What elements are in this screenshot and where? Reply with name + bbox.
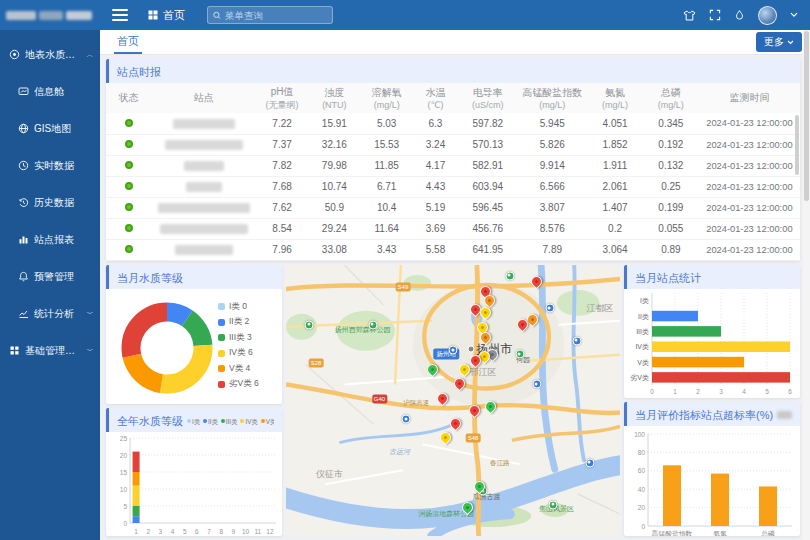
map-poi-marker[interactable] xyxy=(545,304,554,313)
legend-item[interactable]: IV类 6 xyxy=(218,346,259,362)
red-pin-icon xyxy=(435,390,451,406)
sidebar-item-history[interactable]: 历史数据 xyxy=(0,184,100,221)
sidebar-item-alert[interactable]: 预警管理 xyxy=(0,258,100,295)
cell-value: 3.69 xyxy=(413,218,458,239)
legend-item[interactable]: III类 xyxy=(221,411,238,432)
map-poi-marker[interactable] xyxy=(515,350,524,359)
map-pin-yellow[interactable] xyxy=(480,307,492,319)
svg-text:10: 10 xyxy=(120,486,128,493)
cell-value: 7.22 xyxy=(256,113,308,134)
map-poi-marker[interactable] xyxy=(549,500,558,509)
map-pin-green[interactable] xyxy=(485,401,497,413)
map-pin-red[interactable] xyxy=(437,393,449,405)
cell-value: 7.62 xyxy=(256,197,308,218)
map-poi-marker[interactable] xyxy=(368,320,377,329)
map-poi-marker[interactable] xyxy=(505,271,514,280)
cell-value: 5.58 xyxy=(413,239,458,260)
map-poi-marker[interactable] xyxy=(449,346,458,355)
tab-home[interactable]: 首页 xyxy=(114,30,142,54)
sidebar-item-label: 预警管理 xyxy=(34,270,94,284)
station-name-redacted xyxy=(186,182,222,192)
sidebar-item-label: 信息舱 xyxy=(34,85,94,99)
red-pin-icon xyxy=(515,317,531,333)
map-pin-orange[interactable] xyxy=(480,332,492,344)
page-scrollbar[interactable] xyxy=(803,30,810,540)
breadcrumb-home[interactable]: 首页 xyxy=(148,8,185,23)
more-button[interactable]: 更多 xyxy=(756,32,802,52)
map-pin-red[interactable] xyxy=(454,378,466,390)
table-row: 8.5429.2411.643.69456.768.5760.20.055202… xyxy=(106,218,800,239)
map-poi-marker[interactable] xyxy=(402,415,411,424)
map-poi-marker[interactable] xyxy=(572,336,581,345)
cell-value: 11.85 xyxy=(361,155,413,176)
legend-item[interactable]: 劣V类 6 xyxy=(218,377,259,393)
fullscreen-icon[interactable] xyxy=(709,9,721,21)
sidebar-item-dashboard[interactable]: 信息舱 xyxy=(0,73,100,110)
map-pin-green[interactable] xyxy=(462,502,474,514)
cell-value: 8.576 xyxy=(517,218,587,239)
map-pin-yellow[interactable] xyxy=(459,364,471,376)
search-input[interactable] xyxy=(225,10,327,21)
sidebar-item-report[interactable]: 站点报表 xyxy=(0,221,100,258)
map-pin-red[interactable] xyxy=(469,405,481,417)
month-grade-donut-panel: 当月水质等级 I类 0II类 2III类 3IV类 6V类 4劣V类 6 xyxy=(106,265,282,404)
legend-item[interactable]: III类 3 xyxy=(218,330,259,346)
left-chart-column: 当月水质等级 I类 0II类 2III类 3IV类 6V类 4劣V类 6 全年水… xyxy=(106,265,282,536)
svg-text:高锰酸盐指数: 高锰酸盐指数 xyxy=(652,530,693,536)
map-poi-marker[interactable] xyxy=(532,380,541,389)
map-pin-red[interactable] xyxy=(470,355,482,367)
cell-value: 29.24 xyxy=(308,218,360,239)
legend-item[interactable]: I类 xyxy=(187,411,200,432)
report-icon xyxy=(18,234,29,245)
map-pin-orange[interactable] xyxy=(484,295,496,307)
user-avatar[interactable] xyxy=(758,6,777,25)
yellow-pin-icon xyxy=(456,362,472,378)
legend-item[interactable]: V类 xyxy=(261,411,274,432)
cell-value: 570.13 xyxy=(458,134,517,155)
map-poi-marker[interactable] xyxy=(305,320,314,329)
user-menu-chevron-icon[interactable] xyxy=(790,12,798,18)
theme-shirt-icon[interactable] xyxy=(683,9,696,22)
cell-value: 2024-01-23 12:00:00 xyxy=(699,176,800,197)
sidebar-item-stats[interactable]: 统计分析﹀ xyxy=(0,295,100,332)
legend-item[interactable]: IV类 xyxy=(240,411,257,432)
menu-toggle-icon[interactable] xyxy=(112,6,128,24)
legend-item[interactable]: II类 2 xyxy=(218,315,259,331)
sidebar-item-clock[interactable]: 实时数据 xyxy=(0,147,100,184)
cell-value: 0.192 xyxy=(643,134,699,155)
panel-title-text: 站点时报 xyxy=(117,62,161,83)
map-pin-red[interactable] xyxy=(531,276,543,288)
menu-search[interactable] xyxy=(207,6,333,24)
map-pin-green[interactable] xyxy=(427,364,439,376)
sidebar-item-globe[interactable]: GIS地图 xyxy=(0,110,100,147)
svg-text:10: 10 xyxy=(242,528,250,535)
cell-value: 582.91 xyxy=(458,155,517,176)
station-name-redacted xyxy=(158,203,250,213)
map-pin-yellow[interactable] xyxy=(440,432,452,444)
stats-icon xyxy=(18,308,29,319)
city-map[interactable]: S49S28G40S48扬州市邗江区江都区仪征市古运河沪陕高速春江路扬州西郊森林… xyxy=(286,265,620,536)
exceed-rate-panel: 当月评价指标站点超标率(%) 020406080100高锰酸盐指数氨氮总磷 xyxy=(624,402,800,536)
map-pin-red[interactable] xyxy=(450,418,462,430)
water-drop-icon[interactable] xyxy=(734,9,745,21)
map-pin-green[interactable] xyxy=(474,481,486,493)
map-poi-marker[interactable] xyxy=(585,458,594,467)
yellow-pin-icon xyxy=(438,430,454,446)
page-scrollbar-thumb[interactable] xyxy=(804,31,809,201)
svg-text:1: 1 xyxy=(673,388,677,395)
legend-item[interactable]: I类 0 xyxy=(218,299,259,315)
chevron-up-icon: ︿ xyxy=(86,50,93,60)
sidebar-item-module[interactable]: 基础管理系统﹀ xyxy=(0,332,100,369)
svg-text:2: 2 xyxy=(696,388,700,395)
legend-label: I类 0 xyxy=(229,301,247,313)
svg-text:80: 80 xyxy=(638,449,646,456)
sidebar-item-system[interactable]: 地表水质量监测系统︿ xyxy=(0,36,100,73)
year-grade-stack-panel: 全年水质等级 I类II类III类IV类V类劣V类 051015202512345… xyxy=(106,408,282,536)
legend-item[interactable]: II类 xyxy=(203,411,218,432)
table-scrollbar[interactable] xyxy=(795,115,799,175)
station-name-redacted xyxy=(175,245,233,255)
legend-item[interactable]: V类 4 xyxy=(218,361,259,377)
map-pin-red[interactable] xyxy=(517,319,529,331)
tabbar: 首页 更多 xyxy=(100,30,810,55)
cell-value: 7.37 xyxy=(256,134,308,155)
